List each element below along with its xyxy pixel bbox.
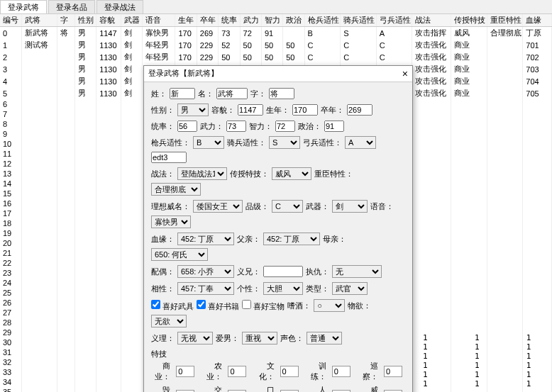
select-teach[interactable]: 威风 (272, 167, 311, 180)
label-int: 智力： (249, 121, 272, 132)
input-war[interactable] (226, 121, 246, 132)
column-header[interactable]: 统率 (219, 14, 240, 27)
select-spouse[interactable]: 658: 小乔 (177, 265, 234, 278)
label-voice: 语音： (370, 201, 394, 212)
label-type: 类型： (306, 284, 329, 294)
select-blood[interactable]: 452: 丁原 (177, 233, 234, 245)
select-mother[interactable]: 650: 何氏 (151, 248, 208, 261)
select-cavalry[interactable]: S (269, 136, 300, 149)
label-shengse: 声色： (280, 333, 304, 344)
select-bow[interactable]: A (345, 136, 376, 149)
select-desire[interactable]: 无欲 (151, 315, 187, 327)
input-pol[interactable] (324, 121, 344, 132)
check-book[interactable]: 喜好书籍 (197, 300, 239, 312)
label-lead: 统率： (151, 121, 175, 132)
column-header[interactable]: 重臣特性 (487, 14, 523, 27)
input-lead[interactable] (177, 121, 197, 132)
edit-general-dialog: 登录武将【新武将】 × 姓： 名： 字： 性别：男 容貌： 生年： 卒年： 统率… (143, 65, 413, 392)
tab-tactics[interactable]: 登录战法 (96, 0, 143, 13)
select-shengse[interactable]: 普通 (307, 332, 342, 345)
tab-generals[interactable]: 登录武将 (0, 0, 47, 13)
select-personality[interactable]: 大胆 (263, 282, 303, 295)
table-row[interactable]: 1测试将男1130剑年轻男17022952505050CCC攻击强化商业701 (0, 39, 552, 51)
input-face[interactable] (238, 104, 263, 116)
column-header[interactable]: 血缘 (523, 14, 552, 27)
column-header[interactable]: 卒年 (197, 14, 218, 27)
column-header[interactable]: 字 (57, 14, 74, 27)
label-sex: 性别： (151, 105, 175, 116)
select-yili[interactable]: 无视 (177, 332, 213, 345)
select-rank[interactable]: C (272, 200, 303, 213)
input-zi[interactable] (269, 88, 294, 99)
skill-label: 威风： (359, 385, 378, 392)
select-affinity[interactable]: 457: 丁奉 (177, 282, 234, 295)
column-header[interactable]: 语音 (142, 14, 175, 27)
table-row[interactable]: 0新武将将男1147剑寡快男170269737291BSA攻击指挥威风合理彻底丁… (0, 27, 552, 40)
column-header[interactable]: 武器 (121, 14, 142, 27)
skill-input[interactable] (384, 366, 402, 377)
column-header[interactable]: 骑兵适性 (341, 14, 377, 27)
label-yeying: 爱男： (216, 333, 239, 344)
column-header[interactable]: 枪兵适性 (304, 14, 341, 27)
column-header[interactable]: 性别 (74, 14, 96, 27)
select-voice[interactable]: 寡快男 (151, 215, 191, 228)
skill-input[interactable] (176, 366, 194, 377)
skill-label: 口才： (255, 385, 274, 392)
select-minister[interactable]: 合理彻底 (151, 183, 201, 196)
input-int[interactable] (275, 121, 295, 132)
label-personality: 个性： (237, 284, 260, 294)
input-edt3[interactable] (151, 152, 187, 163)
label-ideal: 理想威名： (151, 201, 190, 212)
column-header[interactable]: 武将 (21, 14, 57, 27)
column-header[interactable]: 弓兵适性 (376, 14, 412, 27)
close-icon[interactable]: × (402, 68, 408, 79)
select-enemy[interactable]: 无 (332, 265, 382, 278)
label-rank: 品级： (245, 201, 269, 212)
check-weapon[interactable]: 喜好武具 (151, 300, 194, 312)
label-zi: 字： (250, 89, 266, 99)
input-birthyear[interactable] (292, 104, 318, 116)
column-header[interactable]: 武力 (240, 14, 261, 27)
skill-input[interactable] (332, 366, 350, 377)
label-tactic: 战法： (151, 169, 175, 179)
label-pol: 政治： (298, 121, 321, 132)
select-weapon[interactable]: 剑 (332, 200, 368, 213)
label-surname: 姓： (151, 89, 167, 99)
skill-label: 毁坏： (151, 385, 170, 392)
label-war: 武力： (200, 121, 223, 132)
label-blood: 血缘： (151, 234, 175, 245)
select-drink[interactable]: ○ (314, 299, 345, 312)
input-surname[interactable] (170, 88, 195, 99)
label-drink: 嗜酒： (287, 301, 311, 311)
tab-items[interactable]: 登录名品 (48, 0, 95, 13)
select-spear[interactable]: B (193, 136, 224, 149)
label-father: 父亲： (237, 234, 260, 245)
label-minister: 重臣特性： (314, 169, 353, 179)
column-header[interactable]: 传授特技 (451, 14, 487, 27)
label-weapon: 武器： (306, 201, 329, 212)
select-ideal[interactable]: 倭国女王 (193, 200, 243, 213)
check-treasure[interactable]: 喜好宝物 (242, 300, 285, 312)
select-tactic[interactable]: 登陆战法1 (177, 167, 227, 180)
select-sex[interactable]: 男 (177, 103, 209, 116)
label-yili: 义理： (151, 333, 175, 344)
table-row[interactable]: 2男1130剑年轻男17022950505050CCC攻击强化商业702 (0, 51, 552, 63)
column-header[interactable]: 战法 (412, 14, 451, 27)
select-father[interactable]: 452: 丁原 (263, 233, 320, 245)
input-brother[interactable] (263, 266, 303, 277)
column-header[interactable]: 政治 (283, 14, 304, 27)
column-header[interactable]: 生年 (175, 14, 197, 27)
label-cavalry: 骑兵适性： (227, 138, 266, 148)
skill-input[interactable] (228, 366, 246, 377)
column-header[interactable]: 智力 (261, 14, 282, 27)
select-yeying[interactable]: 重视 (242, 332, 277, 345)
label-teach: 传授特技： (230, 169, 269, 179)
label-desire: 物欲： (348, 301, 371, 311)
column-header[interactable]: 容貌 (96, 14, 121, 27)
input-name[interactable] (216, 88, 248, 99)
select-type[interactable]: 武官 (332, 282, 368, 295)
column-header[interactable]: 编号 (0, 14, 21, 27)
skill-input[interactable] (280, 366, 299, 377)
label-skills: 特技 (151, 349, 405, 359)
input-deathyear[interactable] (347, 104, 372, 116)
